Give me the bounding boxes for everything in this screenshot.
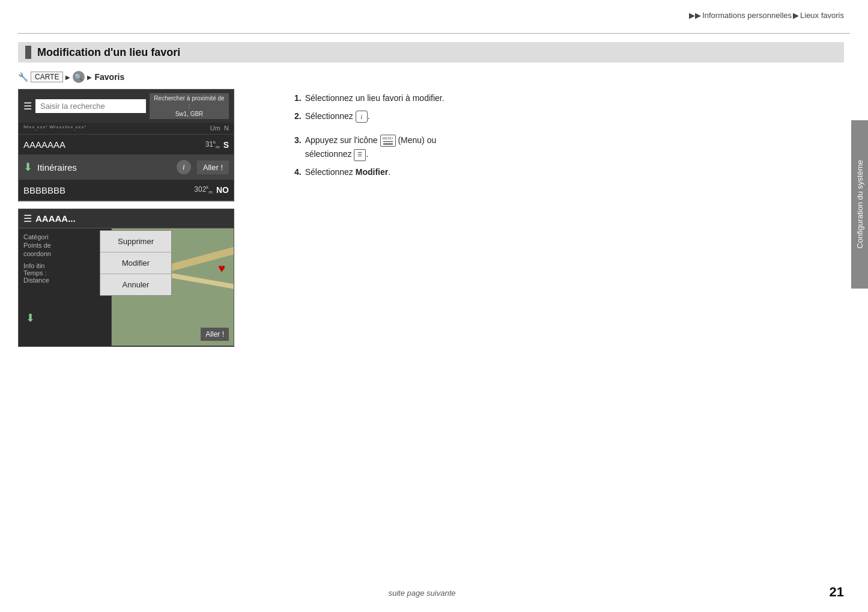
- favorite-heart-icon: ♥: [218, 262, 225, 275]
- item1-badge: S: [223, 140, 229, 150]
- coord-text: ᴺ°ˣˣ.ˣˣˣ' ᵂ°ˣˣˣ°ˣˣ.ˣˣˣ': [23, 124, 86, 132]
- item1-dist: 31km: [205, 139, 220, 150]
- ss2-hamburger-icon[interactable]: ☰: [23, 213, 32, 224]
- screenshot-context-menu: ☰ AAAAA... Catégori Points de coordonn I…: [18, 209, 234, 347]
- instructions-section2: 3. Appuyez sur l'icône MENU (Menu) ou: [294, 133, 844, 180]
- search-icon: 🔍: [73, 71, 85, 83]
- um-n-labels: Um N: [210, 124, 229, 132]
- step2-text: Sélectionnez i.: [305, 109, 844, 124]
- page-number: 21: [830, 584, 844, 600]
- breadcrumb-part2: Lieux favoris: [800, 11, 844, 20]
- list-item-3[interactable]: BBBBBBB 302km NO: [19, 180, 234, 200]
- info-inline-icon: i: [356, 111, 368, 123]
- top-divider: [18, 33, 850, 34]
- nav-favoris-label: Favoris: [94, 72, 124, 82]
- section-title: Modification d'un lieu favori: [37, 46, 180, 59]
- aller-button-1[interactable]: Aller !: [197, 161, 229, 174]
- info-icon[interactable]: i: [177, 160, 191, 174]
- step4-number: 4.: [294, 165, 302, 180]
- info-itin-label: Info itin Temps : Distance: [23, 262, 106, 284]
- breadcrumb-arrow1: ▶: [793, 11, 799, 20]
- menu-item-modifier[interactable]: Modifier: [100, 252, 171, 274]
- step-2: 2. Sélectionnez i.: [294, 109, 844, 124]
- search-input[interactable]: [35, 99, 146, 113]
- sidebar-tab-label: Configuration du système: [855, 160, 864, 248]
- wrench-icon: 🔧: [18, 72, 28, 82]
- step3-text: Appuyez sur l'icône MENU (Menu) ou sélec…: [305, 133, 844, 162]
- step2-number: 2.: [294, 109, 302, 124]
- aller-button-map[interactable]: Aller !: [201, 328, 229, 341]
- content-columns: ☰ Rechercher à proximité de : Sw1, GBR ᴺ…: [18, 89, 844, 347]
- sidebar-tab: Configuration du système: [851, 120, 868, 289]
- footer-text: suite page suivante: [388, 589, 455, 598]
- breadcrumb-part1: Informations personnelles: [702, 11, 792, 20]
- section-header-bar: [25, 46, 31, 59]
- ss2-info-panel: Catégori Points de coordonn Info itin Te…: [19, 228, 112, 346]
- ss2-header: ☰ AAAAA...: [19, 209, 234, 228]
- breadcrumb: ▶▶ Informations personnelles ▶ Lieux fav…: [689, 11, 844, 20]
- coords-row: ᴺ°ˣˣ.ˣˣˣ' ᵂ°ˣˣˣ°ˣˣ.ˣˣˣ' Um N: [19, 123, 234, 135]
- menu-inline-icon: MENU: [380, 135, 396, 147]
- item1-name: AAAAAAA: [23, 139, 205, 150]
- cat-label: Catégori: [23, 233, 106, 240]
- list-inline-icon: ☰: [354, 149, 366, 161]
- hamburger-icon[interactable]: ☰: [23, 100, 32, 112]
- step3-number: 3.: [294, 133, 302, 162]
- step-3: 3. Appuyez sur l'icône MENU (Menu) ou: [294, 133, 844, 162]
- footer: suite page suivante: [0, 589, 844, 598]
- carte-button[interactable]: CARTE: [31, 72, 63, 82]
- menu-item-annuler[interactable]: Annuler: [100, 274, 171, 295]
- main-content: Modification d'un lieu favori 🔧 CARTE ▶ …: [18, 42, 844, 347]
- item3-name: BBBBBBB: [23, 185, 194, 195]
- breadcrumb-double-arrow: ▶▶: [689, 11, 701, 20]
- ss2-title: AAAAA...: [35, 213, 76, 224]
- step-1: 1. Sélectionnez un lieu favori à modifie…: [294, 91, 844, 106]
- list-item-2[interactable]: ⬇ Itinéraires i Aller !: [19, 155, 234, 180]
- nav-breadcrumb: 🔧 CARTE ▶ 🔍 ▶ Favoris: [18, 71, 844, 83]
- section-header: Modification d'un lieu favori: [18, 42, 844, 63]
- item3-dist: 302km: [194, 185, 213, 195]
- list-item-1[interactable]: AAAAAAA 31km S: [19, 135, 234, 155]
- ss2-down-arrow-icon: ⬇: [26, 311, 35, 325]
- instructions: 1. Sélectionnez un lieu favori à modifie…: [294, 91, 844, 180]
- proximity-box: Rechercher à proximité de : Sw1, GBR: [150, 93, 229, 119]
- coord-label: coordonn: [23, 250, 106, 257]
- item2-name: Itinéraires: [37, 162, 171, 173]
- down-arrow-icon: ⬇: [23, 161, 32, 174]
- nav-arrow2: ▶: [87, 74, 92, 81]
- screenshot-search-list: ☰ Rechercher à proximité de : Sw1, GBR ᴺ…: [18, 89, 234, 201]
- step-4: 4. Sélectionnez Modifier.: [294, 165, 844, 180]
- item3-badge: NO: [216, 185, 229, 195]
- menu-item-supprimer[interactable]: Supprimer: [100, 231, 171, 252]
- search-header: ☰ Rechercher à proximité de : Sw1, GBR: [19, 90, 234, 123]
- step1-number: 1.: [294, 91, 302, 106]
- left-column: ☰ Rechercher à proximité de : Sw1, GBR ᴺ…: [18, 89, 276, 347]
- pts-label: Points de: [23, 242, 106, 249]
- nav-arrow1: ▶: [65, 74, 70, 81]
- proximity-label: Rechercher à proximité de :: [153, 94, 225, 110]
- context-menu: Supprimer Modifier Annuler: [100, 230, 172, 296]
- proximity-location: Sw1, GBR: [153, 110, 225, 118]
- step4-text: Sélectionnez Modifier.: [305, 165, 844, 180]
- right-column: 1. Sélectionnez un lieu favori à modifie…: [294, 89, 844, 183]
- step1-text: Sélectionnez un lieu favori à modifier.: [305, 91, 844, 106]
